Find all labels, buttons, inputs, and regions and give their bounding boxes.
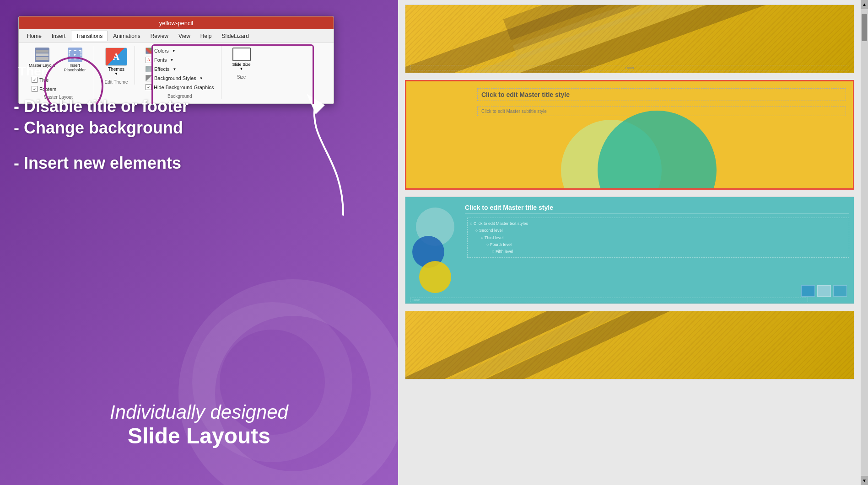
bottom-text: Individually designed Slide Layouts (0, 401, 398, 448)
svg-point-10 (419, 261, 451, 293)
footers-checkbox-item[interactable]: ✓ Footers (30, 85, 58, 93)
effects-button[interactable]: Effects ▼ (144, 65, 215, 73)
arrow-graphic (288, 87, 361, 224)
effects-label: Effects (154, 66, 169, 72)
effects-icon (146, 66, 152, 72)
scrollbar-up-button[interactable]: ▲ (861, 0, 868, 9)
fonts-chevron-icon: ▼ (170, 58, 174, 62)
slide-size-label: Slide Size (232, 62, 251, 67)
venn-diagram (406, 111, 853, 188)
menu-home[interactable]: Home (22, 31, 46, 41)
bottom-text-bold: Slide Layouts (0, 423, 398, 448)
themes-chevron: ▼ (114, 72, 118, 76)
menu-view[interactable]: View (174, 31, 195, 41)
scrollbar-down-button[interactable]: ▼ (861, 476, 868, 485)
colors-label: Colors (154, 48, 169, 53)
slide-card-3[interactable]: Click to edit Master title style ○ Click… (405, 197, 854, 304)
ppt-window: yellow-pencil Home Insert Transitions An… (18, 16, 334, 104)
fonts-icon: A (146, 57, 152, 63)
menu-help[interactable]: Help (196, 31, 216, 41)
slide-3-content: ○ Click to edit Master text styles ○ Sec… (467, 218, 849, 258)
hide-bg-label: Hide Background Graphics (154, 85, 214, 90)
pencil-photo (405, 5, 854, 73)
slide-3-footer: Footer (410, 298, 808, 302)
bullet-5: ○ Fifth level (492, 248, 846, 255)
colors-swatch-icon (146, 48, 152, 54)
effects-chevron-icon: ▼ (173, 67, 176, 71)
bg-styles-icon (146, 75, 152, 81)
slide-4-photo (405, 311, 854, 379)
edit-theme-section-label: Edit Theme (105, 80, 128, 85)
hide-bg-item[interactable]: ✓ Hide Background Graphics (144, 83, 215, 91)
colors-button[interactable]: Colors ▼ (144, 47, 215, 55)
themes-icon: A (105, 48, 127, 66)
size-section-label: Size (237, 75, 246, 80)
slide-3-title: Click to edit Master title style (465, 204, 553, 211)
bg-styles-chevron-icon: ▼ (199, 76, 203, 80)
themes-label: Themes (108, 67, 124, 72)
scrollbar-thumb[interactable] (862, 14, 867, 41)
hide-bg-checkbox[interactable]: ✓ (146, 84, 151, 90)
insert-placeholder-icon: ▼ (68, 48, 82, 62)
slide-2-title: Click to edit Master title style (481, 91, 570, 98)
instruction-line-3: - Insert new elements (14, 153, 189, 174)
ribbon-group-background: Colors ▼ A Fonts ▼ Effects ▼ (139, 46, 221, 99)
menu-slidelizard[interactable]: SlideLizard (217, 31, 253, 41)
colors-chevron-icon: ▼ (172, 49, 176, 53)
bg-styles-button[interactable]: Background Styles ▼ (144, 74, 215, 82)
then-label: Then (18, 64, 49, 79)
fonts-button[interactable]: A Fonts ▼ (144, 56, 215, 64)
bg-decoration (178, 279, 398, 485)
footers-label: Footers (39, 86, 56, 92)
slide-card-1[interactable]: Footer (405, 5, 854, 73)
instruction-line-1: - Disable title or footer (14, 96, 189, 117)
slide-size-button[interactable]: Slide Size ▼ (229, 46, 254, 73)
footers-checkbox[interactable]: ✓ (32, 86, 38, 92)
slide-4-texture (405, 311, 854, 379)
bg-styles-label: Background Styles (154, 75, 196, 81)
master-layout-icon (35, 48, 49, 62)
window-title: yellow-pencil (159, 20, 193, 27)
bullet-2: ○ Second level (475, 227, 846, 234)
background-items: Colors ▼ A Fonts ▼ Effects ▼ (142, 46, 217, 92)
bullet-1: ○ Click to edit Master text styles (470, 220, 846, 227)
slides-container: Footer Click to edit Master title style … (398, 0, 868, 485)
chart-icons (801, 285, 847, 297)
menu-insert[interactable]: Insert (47, 31, 70, 41)
right-panel: Footer Click to edit Master title style … (398, 0, 868, 485)
pencil-photo-texture (405, 5, 854, 73)
bottom-text-regular: Individually designed (0, 401, 398, 423)
ppt-title-bar: yellow-pencil (19, 16, 334, 29)
slide-card-4[interactable] (405, 311, 854, 379)
bullet-3: ○ Third level (481, 235, 846, 241)
slide-3-circles (410, 206, 460, 298)
scrollbar-track: ▲ ▼ (861, 0, 868, 485)
slide-footer-1: Footer (410, 65, 849, 70)
ribbon-group-size: Slide Size ▼ Size (225, 46, 258, 80)
ppt-menu-bar: Home Insert Transitions Animations Revie… (19, 29, 334, 43)
menu-transitions[interactable]: Transitions (71, 31, 108, 41)
slide-size-chevron-icon: ▼ (240, 67, 243, 71)
footer-text-1: Footer (625, 66, 634, 69)
menu-animations[interactable]: Animations (108, 31, 145, 41)
ribbon-group-edit-theme: A Themes ▼ Edit Theme (98, 46, 135, 85)
instruction-line-2: - Change background (14, 117, 189, 139)
left-panel: yellow-pencil Home Insert Transitions An… (0, 0, 398, 485)
ppt-ribbon: Master Layout ▼ Insert Placeholder ✓ Tit (19, 43, 334, 104)
fonts-label: Fonts (154, 57, 167, 63)
insert-placeholder-label: Insert Placeholder (62, 63, 87, 72)
insert-placeholder-button[interactable]: ▼ Insert Placeholder (59, 46, 90, 74)
svg-marker-0 (307, 94, 325, 114)
bullet-4: ○ Fourth level (486, 241, 846, 248)
slide-3-title-area: Click to edit Master title style (465, 204, 849, 214)
slide-2-title-area: Click to edit Master title style (477, 88, 846, 101)
menu-review[interactable]: Review (146, 31, 173, 41)
instruction-text: - Disable title or footer - Change backg… (14, 96, 189, 174)
themes-button[interactable]: A Themes ▼ (102, 46, 131, 78)
slide-size-icon (232, 48, 251, 61)
slide-card-2[interactable]: Click to edit Master title style Click t… (405, 80, 854, 190)
